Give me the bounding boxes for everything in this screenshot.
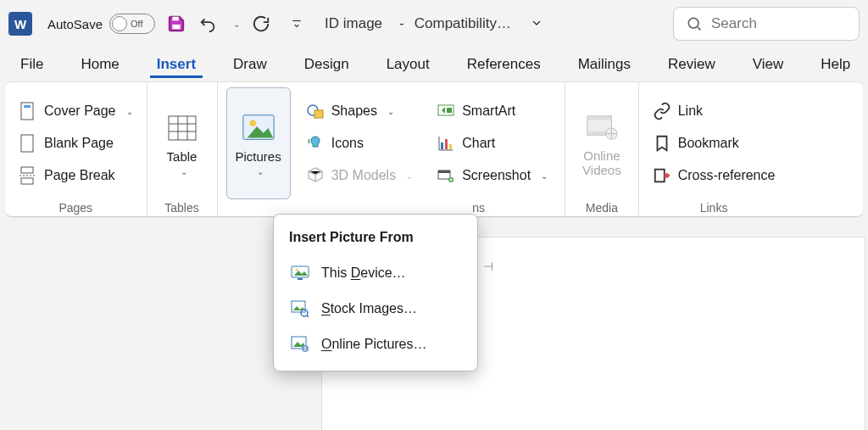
pictures-icon	[241, 110, 276, 146]
chevron-down-icon: ⌄	[541, 171, 548, 181]
svg-rect-1	[172, 25, 180, 29]
group-illustrations: Pictures ⌄ Shapes ⌄ Icons 3D Models ⌄	[218, 82, 566, 216]
online-videos-label-1: Online	[583, 148, 620, 163]
group-pages: Cover Page ⌄ Blank Page Page Break Pages	[5, 82, 147, 216]
svg-rect-28	[449, 144, 452, 149]
group-media-label: Media	[574, 199, 630, 215]
link-button[interactable]: Link	[648, 98, 781, 124]
link-icon	[653, 102, 671, 120]
group-tables: Table ⌄ Tables	[147, 82, 218, 216]
table-button[interactable]: Table ⌄	[156, 87, 209, 199]
chevron-down-icon: ⌄	[126, 107, 133, 116]
svg-rect-44	[298, 278, 303, 280]
ribbon: Cover Page ⌄ Blank Page Page Break Pages	[5, 81, 863, 217]
group-links-label: Links	[648, 199, 781, 215]
customize-qat-button[interactable]	[286, 13, 308, 35]
3d-models-button: 3D Models ⌄	[301, 163, 418, 188]
document-name: ID image	[325, 15, 382, 32]
picture-this-device[interactable]: This Device…	[279, 255, 472, 291]
chart-button[interactable]: Chart	[431, 131, 553, 156]
tab-help[interactable]: Help	[814, 51, 857, 78]
svg-rect-11	[169, 116, 196, 140]
cover-page-button[interactable]: Cover Page ⌄	[14, 98, 138, 124]
bookmark-button[interactable]: Bookmark	[648, 131, 781, 156]
table-icon	[164, 110, 200, 146]
search-box[interactable]	[673, 7, 860, 41]
tab-layout[interactable]: Layout	[380, 51, 437, 78]
save-button[interactable]	[165, 13, 187, 35]
title-dropdown-button[interactable]	[530, 16, 543, 32]
picture-stock-images[interactable]: Stock Images…	[279, 291, 472, 327]
autosave-toggle[interactable]: Off	[109, 14, 155, 34]
group-links: Link Bookmark Cross-reference Links	[639, 82, 789, 216]
page-break-icon	[19, 166, 37, 185]
cursor-indicator: ⊣	[483, 260, 493, 273]
tab-home[interactable]: Home	[74, 51, 125, 78]
screenshot-button[interactable]: Screenshot ⌄	[431, 163, 553, 188]
svg-rect-40	[654, 170, 664, 182]
svg-rect-20	[314, 110, 323, 118]
tab-review[interactable]: Review	[661, 51, 722, 78]
pictures-button[interactable]: Pictures ⌄	[226, 87, 291, 199]
bookmark-icon	[653, 134, 671, 153]
smartart-icon	[437, 102, 455, 120]
svg-rect-8	[21, 167, 33, 173]
tab-view[interactable]: View	[746, 51, 791, 78]
this-device-label: This Device…	[321, 265, 406, 281]
icons-label: Icons	[331, 136, 364, 151]
tab-design[interactable]: Design	[298, 51, 356, 78]
icons-button[interactable]: Icons	[301, 131, 418, 156]
blank-page-label: Blank Page	[44, 136, 114, 151]
svg-rect-27	[445, 139, 448, 149]
table-label: Table	[167, 149, 198, 164]
shapes-button[interactable]: Shapes ⌄	[301, 98, 418, 124]
svg-point-3	[688, 18, 698, 28]
tab-references[interactable]: References	[460, 51, 548, 78]
group-media: Online Videos Media	[565, 82, 639, 216]
stock-images-label: Stock Images…	[321, 301, 417, 316]
online-pictures-icon	[291, 335, 309, 354]
title-separator: -	[399, 15, 404, 32]
3d-models-icon	[306, 166, 325, 185]
cross-reference-icon	[653, 166, 671, 185]
search-input[interactable]	[711, 15, 830, 32]
picture-online[interactable]: Online Pictures…	[279, 327, 472, 362]
svg-point-17	[249, 120, 256, 126]
word-app-icon: W	[8, 12, 32, 36]
svg-rect-6	[24, 105, 31, 108]
blank-page-button[interactable]: Blank Page	[14, 131, 138, 156]
blank-page-icon	[19, 134, 37, 153]
insert-picture-dropdown: Insert Picture From This Device… Stock I…	[273, 214, 478, 371]
group-illustrations-label: ns	[226, 199, 554, 215]
online-videos-label-2: Videos	[582, 163, 621, 177]
chart-label: Chart	[462, 136, 495, 151]
page-break-button[interactable]: Page Break	[14, 163, 138, 188]
bookmark-label: Bookmark	[678, 136, 739, 151]
chevron-down-icon: ⌄	[181, 167, 187, 176]
tab-insert[interactable]: Insert	[150, 51, 203, 78]
svg-rect-0	[172, 17, 178, 21]
cover-page-icon	[19, 102, 37, 120]
shapes-label: Shapes	[331, 103, 377, 119]
cross-reference-button[interactable]: Cross-reference	[648, 163, 781, 188]
this-device-icon	[291, 264, 309, 282]
autosave-control[interactable]: AutoSave Off	[47, 14, 155, 34]
compatibility-mode: Compatibility…	[415, 15, 511, 32]
undo-button[interactable]	[198, 13, 220, 35]
pictures-label: Pictures	[236, 149, 281, 164]
tab-file[interactable]: File	[14, 51, 50, 78]
undo-dropdown-icon[interactable]: ⌄	[233, 20, 240, 29]
toggle-knob-icon	[112, 16, 127, 31]
screenshot-label: Screenshot	[462, 168, 531, 183]
cover-page-label: Cover Page	[44, 103, 116, 119]
svg-line-48	[307, 316, 309, 317]
svg-rect-7	[21, 135, 33, 152]
redo-button[interactable]	[250, 13, 272, 35]
svg-line-4	[698, 27, 700, 30]
svg-rect-23	[447, 108, 452, 113]
chevron-down-icon: ⌄	[257, 167, 264, 176]
smartart-button[interactable]: SmartArt	[431, 98, 553, 124]
tab-draw[interactable]: Draw	[226, 51, 274, 78]
tab-mailings[interactable]: Mailings	[571, 51, 637, 78]
chevron-down-icon: ⌄	[406, 171, 413, 181]
